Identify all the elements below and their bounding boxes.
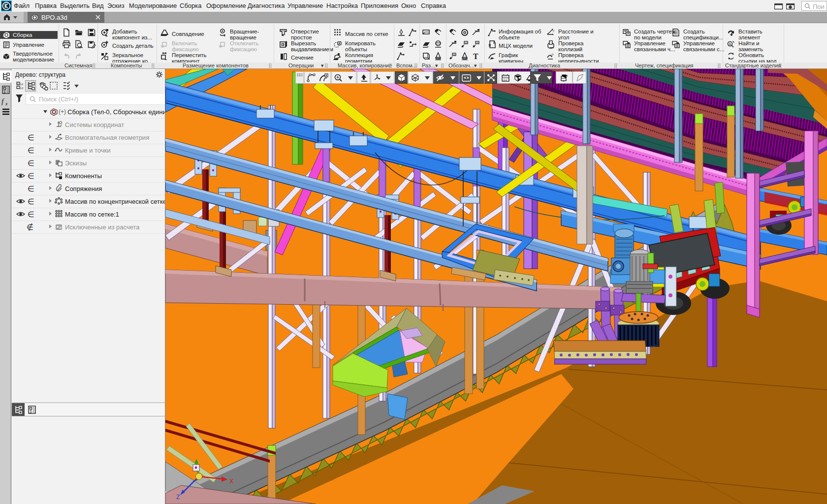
svg-text:x: x [5, 101, 8, 106]
svg-text:Z: Z [176, 494, 180, 501]
svg-text:12: 12 [20, 87, 24, 90]
svg-text:X: X [229, 478, 233, 485]
svg-text:1: 1 [17, 82, 19, 85]
svg-text:f: f [1, 97, 4, 105]
svg-text:11: 11 [20, 83, 24, 86]
